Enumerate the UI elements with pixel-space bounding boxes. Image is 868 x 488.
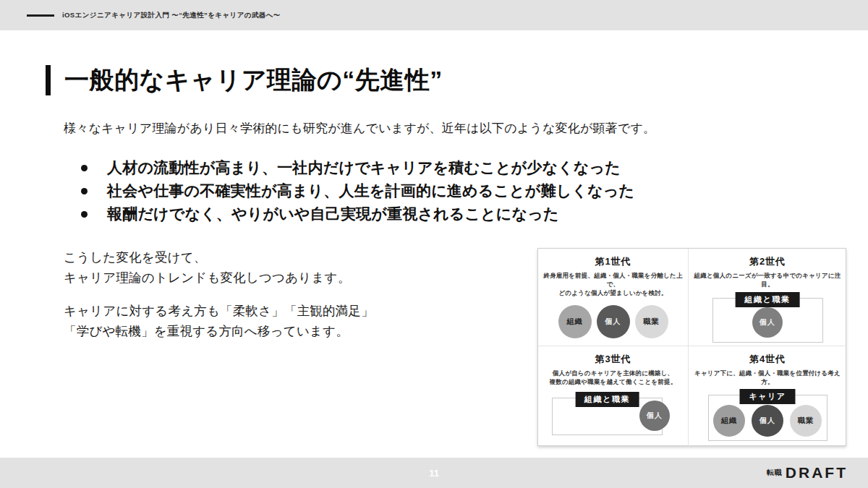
bullet-dot-icon bbox=[81, 188, 88, 194]
individual-circle: 個人 bbox=[639, 401, 670, 431]
generation-2-quadrant: 第2世代 組織と個人のニーズが一致する中でのキャリアに注目。 組織と職業 個人 bbox=[689, 249, 846, 346]
individual-circle: 個人 bbox=[597, 305, 630, 338]
circle-label: 個人 bbox=[605, 317, 621, 327]
lead-text: こうした変化を受けて、 キャリア理論のトレンドも変化しつつあります。 キャリアに… bbox=[64, 248, 374, 341]
slide-title: 一般的なキャリア理論の“先進性” bbox=[64, 64, 443, 97]
organization-circle: 組織 bbox=[558, 305, 592, 338]
circle-label: 職業 bbox=[644, 317, 660, 327]
generation-description: キャリア下に、組織・個人・職業を位置付ける考え方。 bbox=[689, 369, 846, 386]
title-row: 一般的なキャリア理論の“先進性” bbox=[46, 64, 443, 97]
bullet-text: 報酬だけでなく、やりがいや自己実現が重視されることになった bbox=[107, 202, 559, 226]
generation-title: 第2世代 bbox=[689, 255, 846, 268]
generation-description-line: 組織と個人のニーズが一致する中でのキャリアに注目。 bbox=[689, 271, 846, 288]
circle-label: 職業 bbox=[798, 416, 814, 426]
occupation-circle: 職業 bbox=[635, 305, 668, 338]
career-generations-panel: 第1世代 終身雇用を前提、組織・個人・職業を分離した上で、 どのような個人が望ま… bbox=[537, 248, 846, 446]
generation-description-line: 複数の組織や職業を越えて働くことを前提。 bbox=[538, 377, 688, 386]
circle-label: 組織 bbox=[567, 317, 583, 327]
frame-box: 組織と職業 個人 bbox=[712, 298, 823, 343]
intro-text: 様々なキャリア理論があり日々学術的にも研究が進んでいますが、近年は以下のような変… bbox=[64, 120, 655, 137]
circle-label: 個人 bbox=[760, 416, 775, 426]
generation-title: 第4世代 bbox=[689, 353, 846, 366]
generation-description: 終身雇用を前提、組織・個人・職業を分離した上で、 どのような個人が望ましいかを検… bbox=[538, 271, 688, 297]
bullet-item: 報酬だけでなく、やりがいや自己実現が重視されることになった bbox=[81, 202, 634, 226]
page-footer: 11 転職 DRAFT bbox=[0, 458, 868, 488]
circle-label: 個人 bbox=[760, 317, 775, 328]
bullet-dot-icon bbox=[81, 165, 88, 171]
generation-description-line: 個人が自らのキャリアを主体的に構築し、 bbox=[538, 369, 688, 377]
logo-main-text: DRAFT bbox=[786, 464, 848, 481]
frame-label: 組織と職業 bbox=[736, 292, 800, 307]
bullet-item: 人材の流動性が高まり、一社内だけでキャリアを積むことが少なくなった bbox=[81, 156, 634, 179]
tenshoku-draft-logo: 転職 DRAFT bbox=[767, 458, 848, 488]
deck-title: iOSエンジニアキャリア設計入門 〜“先進性”をキャリアの武器へ〜 bbox=[62, 11, 281, 20]
individual-circle: 個人 bbox=[752, 405, 783, 437]
circle-label: 個人 bbox=[647, 411, 663, 421]
bullet-item: 社会や仕事の不確実性が高まり、人生を計画的に進めることが難しくなった bbox=[81, 179, 634, 202]
generation-description-line: キャリア下に、組織・個人・職業を位置付ける考え方。 bbox=[689, 369, 846, 386]
lead-line: 「学びや転機」を重視する方向へ移っています。 bbox=[64, 322, 374, 342]
bullet-text: 人材の流動性が高まり、一社内だけでキャリアを積むことが少なくなった bbox=[107, 156, 621, 179]
slide-canvas: iOSエンジニアキャリア設計入門 〜“先進性”をキャリアの武器へ〜 一般的なキャ… bbox=[0, 0, 868, 488]
organization-circle: 組織 bbox=[713, 405, 745, 437]
occupation-circle: 職業 bbox=[790, 405, 822, 437]
generation-title: 第3世代 bbox=[538, 353, 688, 366]
lead-gap bbox=[64, 288, 374, 301]
generation-1-quadrant: 第1世代 終身雇用を前提、組織・個人・職業を分離した上で、 どのような個人が望ま… bbox=[538, 249, 689, 346]
generation-description: 組織と個人のニーズが一致する中でのキャリアに注目。 bbox=[689, 271, 846, 288]
generation-description-line: 終身雇用を前提、組織・個人・職業を分離した上で、 bbox=[538, 271, 688, 288]
frame-label: キャリア bbox=[739, 389, 795, 404]
bullet-text: 社会や仕事の不確実性が高まり、人生を計画的に進めることが難しくなった bbox=[107, 179, 634, 202]
bullet-list: 人材の流動性が高まり、一社内だけでキャリアを積むことが少なくなった 社会や仕事の… bbox=[81, 156, 634, 226]
circle-row: 組織 個人 職業 bbox=[713, 405, 822, 437]
title-accent-bar bbox=[46, 65, 51, 95]
bullet-dot-icon bbox=[81, 211, 88, 218]
frame-box: キャリア 組織 個人 職業 bbox=[708, 395, 827, 441]
individual-circle: 個人 bbox=[752, 307, 783, 338]
generation-description: 個人が自らのキャリアを主体的に構築し、 複数の組織や職業を越えて働くことを前提。 bbox=[538, 369, 688, 386]
slide-body: 一般的なキャリア理論の“先進性” 様々なキャリア理論があり日々学術的にも研究が進… bbox=[0, 30, 868, 458]
page-header: iOSエンジニアキャリア設計入門 〜“先進性”をキャリアの武器へ〜 bbox=[0, 0, 868, 30]
circle-label: 組織 bbox=[721, 416, 737, 426]
generation-4-quadrant: 第4世代 キャリア下に、組織・個人・職業を位置付ける考え方。 キャリア 組織 個… bbox=[689, 346, 846, 446]
frame-box: 組織と職業 個人 bbox=[552, 398, 663, 435]
frame-label: 組織と職業 bbox=[575, 392, 639, 407]
lead-line: キャリア理論のトレンドも変化しつつあります。 bbox=[64, 268, 374, 288]
generation-title: 第1世代 bbox=[538, 255, 688, 268]
logo-small-text: 転職 bbox=[767, 468, 783, 478]
lead-line: キャリアに対する考え方も「柔軟さ」「主観的満足」 bbox=[64, 301, 374, 322]
header-rule bbox=[27, 14, 54, 17]
lead-line: こうした変化を受けて、 bbox=[64, 248, 374, 268]
generation-3-quadrant: 第3世代 個人が自らのキャリアを主体的に構築し、 複数の組織や職業を越えて働くこ… bbox=[538, 346, 689, 446]
generation-description-line: どのような個人が望ましいかを検討。 bbox=[538, 288, 688, 297]
circle-row: 組織 個人 職業 bbox=[538, 305, 688, 338]
page-number: 11 bbox=[0, 458, 868, 488]
